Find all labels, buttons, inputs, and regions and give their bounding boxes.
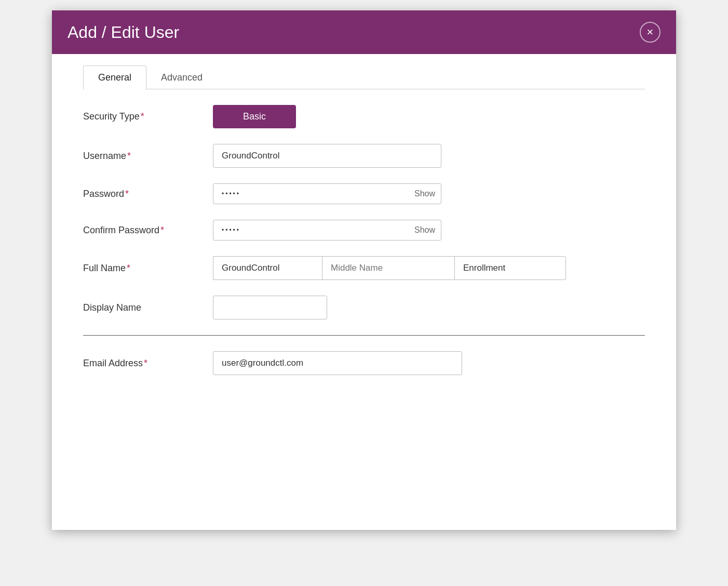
display-name-row: Display Name: [83, 296, 645, 319]
display-name-label: Display Name: [83, 302, 213, 313]
tab-bar: General Advanced: [83, 64, 645, 89]
tab-advanced[interactable]: Advanced: [146, 65, 217, 90]
password-wrapper: Show: [213, 183, 441, 204]
display-name-input[interactable]: [213, 296, 327, 319]
required-star: *: [127, 263, 130, 273]
confirm-password-label: Confirm Password*: [83, 225, 213, 236]
modal-header: Add / Edit User ×: [52, 10, 676, 54]
first-name-input[interactable]: [213, 256, 322, 280]
email-input[interactable]: [213, 351, 462, 375]
close-button[interactable]: ×: [640, 22, 660, 43]
confirm-password-show-button[interactable]: Show: [414, 225, 435, 235]
section-divider: [83, 335, 645, 336]
confirm-password-wrapper: Show: [213, 220, 441, 241]
tab-general[interactable]: General: [83, 65, 146, 90]
username-label: Username*: [83, 151, 213, 162]
display-name-control: [213, 296, 473, 319]
confirm-password-control: Show: [213, 220, 473, 241]
full-name-label: Full Name*: [83, 263, 213, 274]
modal: Add / Edit User × General Advanced Secur…: [52, 10, 676, 530]
password-show-button[interactable]: Show: [414, 189, 435, 198]
required-star: *: [144, 358, 147, 368]
middle-name-input[interactable]: [322, 256, 454, 280]
required-star: *: [141, 111, 144, 122]
username-control: [213, 144, 473, 168]
security-type-button[interactable]: Basic: [213, 105, 296, 128]
security-type-label: Security Type*: [83, 111, 213, 122]
password-control: Show: [213, 183, 473, 204]
required-star: *: [160, 225, 164, 235]
email-row: Email Address*: [83, 351, 645, 375]
password-input[interactable]: [213, 183, 441, 204]
last-name-input[interactable]: [454, 256, 566, 280]
required-star: *: [127, 151, 131, 161]
security-type-control: Basic: [213, 105, 473, 128]
confirm-password-row: Confirm Password* Show: [83, 220, 645, 241]
modal-title: Add / Edit User: [68, 23, 179, 42]
password-label: Password*: [83, 189, 213, 199]
required-star: *: [125, 189, 129, 199]
confirm-password-input[interactable]: [213, 220, 441, 241]
full-name-inputs: [213, 256, 566, 280]
email-label: Email Address*: [83, 358, 213, 369]
password-row: Password* Show: [83, 183, 645, 204]
security-type-row: Security Type* Basic: [83, 105, 645, 128]
username-row: Username*: [83, 144, 645, 168]
username-input[interactable]: [213, 144, 441, 168]
email-control: [213, 351, 473, 375]
full-name-row: Full Name*: [83, 256, 645, 280]
modal-body: General Advanced Security Type* Basic Us…: [52, 54, 676, 530]
